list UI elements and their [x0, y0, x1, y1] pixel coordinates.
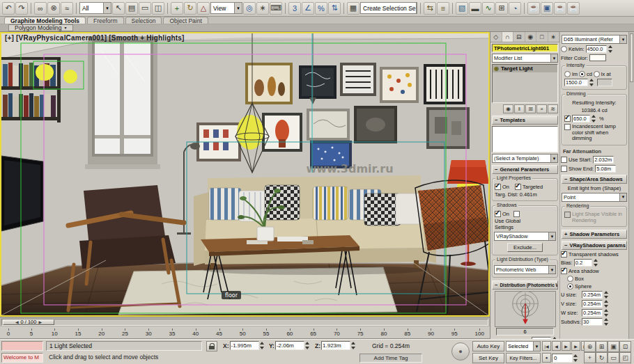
dimming-percent-spinner[interactable] — [592, 115, 598, 122]
orbit-icon[interactable]: ↻ — [596, 352, 608, 363]
exclude-button[interactable]: Exclude... — [507, 243, 543, 252]
render-iterative-icon[interactable]: ☕ — [567, 2, 580, 15]
set-key-mode-button[interactable]: ● — [451, 342, 470, 361]
light-on-checkbox[interactable] — [495, 184, 501, 190]
light-glow-shelf[interactable] — [36, 64, 54, 81]
edit-named-selection-sets-icon[interactable]: ▦ — [347, 2, 359, 15]
select-and-rotate-icon[interactable]: ↻ — [184, 2, 196, 15]
add-time-tag[interactable]: Add Time Tag — [359, 354, 422, 363]
transparent-shadows-checkbox[interactable] — [561, 251, 567, 258]
utilities-tab[interactable]: ∗ — [548, 32, 560, 42]
light-glow-shelf-2[interactable] — [63, 70, 77, 84]
time-slider-thumb[interactable]: ◀ 0 / 100 ▶ — [3, 319, 54, 325]
shadow-parameters-rollout[interactable]: + Shadow Parameters — [562, 230, 627, 239]
far-atten-show-checkbox[interactable] — [561, 166, 567, 172]
modifier-stack-item[interactable]: ◉ Target Light — [493, 65, 557, 72]
subdivs-spinner[interactable] — [604, 318, 610, 326]
zoom-all-icon[interactable]: ⊞ — [596, 341, 608, 352]
undo-icon[interactable]: ↶ — [2, 2, 15, 15]
maxscript-listener-field[interactable]: Welcome to M — [1, 353, 43, 363]
percent-snap-icon[interactable]: % — [315, 2, 327, 15]
ribbon-tab-graphite-modeling-tools[interactable]: Graphite Modeling Tools — [4, 17, 86, 24]
bias-field[interactable]: 0.2 — [574, 259, 592, 267]
ribbon-tab-selection[interactable]: Selection — [125, 17, 162, 24]
lm-radio[interactable] — [564, 71, 571, 77]
filter-color-swatch[interactable] — [589, 54, 606, 61]
configure-modifier-sets-icon[interactable]: ≋ — [548, 104, 558, 113]
key-filters-button[interactable]: Key Filters... — [506, 353, 541, 363]
set-key-button[interactable]: Set Key — [472, 353, 504, 363]
previous-frame-button[interactable]: ◀ — [552, 341, 561, 351]
kelvin-spinner[interactable] — [608, 45, 614, 53]
modifier-list-dropdown[interactable]: Modifier List ▼ — [492, 54, 558, 63]
hierarchy-tab[interactable]: ⊟ — [513, 32, 525, 42]
bind-to-space-warp-icon[interactable]: ≈ — [61, 2, 73, 15]
angle-snap-icon[interactable]: ∠ — [302, 2, 314, 15]
play-button[interactable]: ▶ — [562, 341, 571, 351]
align-icon[interactable]: ≡ — [437, 2, 449, 15]
u-size-spinner[interactable] — [604, 291, 610, 299]
ribbon-tab-freeform[interactable]: Freeform — [87, 17, 123, 24]
far-atten-start-field[interactable]: 2.032m — [593, 156, 614, 164]
create-tab[interactable]: ◇ — [490, 32, 502, 42]
far-atten-use-checkbox[interactable] — [561, 157, 567, 163]
templates-list[interactable] — [492, 126, 558, 152]
templates-rollout-header[interactable]: − Templates — [492, 116, 558, 125]
layer-manager-icon[interactable]: ▧ — [456, 2, 468, 15]
modifier-stack[interactable]: ◉ Target Light — [492, 64, 558, 103]
u-size-field[interactable]: 0.254m — [582, 291, 603, 299]
viewport-label[interactable]: [+] [VRayPhysicalCamera001] [Smooth + Hi… — [5, 34, 185, 42]
window-crossing-icon[interactable]: ◫ — [152, 2, 164, 15]
bookshelf[interactable] — [1, 57, 61, 122]
display-tab[interactable]: □ — [536, 32, 548, 42]
cd-radio[interactable] — [579, 71, 585, 77]
select-and-scale-icon[interactable]: △ — [197, 2, 210, 15]
targeted-checkbox[interactable] — [515, 184, 521, 190]
key-selection-dropdown[interactable]: Selected ▼ — [506, 341, 541, 351]
rendered-frame-window-icon[interactable]: ▣ — [541, 2, 553, 15]
chevron-down-icon[interactable]: ▼ — [548, 232, 555, 240]
show-end-result-icon[interactable]: ‖ — [514, 104, 525, 113]
command-panel-scrollbar[interactable] — [628, 32, 634, 339]
chevron-down-icon[interactable]: ▼ — [548, 266, 555, 274]
box-radio[interactable] — [567, 276, 573, 282]
select-by-name-icon[interactable]: ▤ — [125, 2, 138, 15]
emit-shape-dropdown[interactable]: Point ▼ — [562, 193, 627, 202]
intensity-spinner[interactable] — [589, 79, 596, 86]
window[interactable] — [85, 36, 160, 169]
chevron-down-icon[interactable]: ▼ — [619, 193, 626, 201]
z-coordinate-field[interactable]: 1.923m — [321, 341, 350, 350]
intensity-field[interactable]: 1500.0 — [564, 79, 588, 86]
x-coordinate-spinner[interactable] — [260, 342, 266, 349]
viewport-scene[interactable]: www.3dmir.ru floor — [1, 33, 488, 315]
subdivs-field[interactable]: 30 — [582, 318, 603, 326]
use-global-settings-checkbox[interactable] — [513, 211, 520, 217]
snaps-toggle-icon[interactable]: 3 — [288, 2, 301, 15]
trackbar-ruler[interactable]: 0510152025303540455055606570758085909510… — [0, 326, 490, 339]
shadows-on-checkbox[interactable] — [495, 211, 501, 217]
auto-key-button[interactable]: Auto Key — [472, 341, 504, 351]
motion-tab[interactable]: ◉ — [525, 32, 537, 42]
polygon-modeling-tab[interactable]: Polygon Modeling ▾ — [8, 24, 73, 31]
kelvin-field[interactable]: 4500.0 — [586, 45, 607, 53]
redo-icon[interactable]: ↷ — [15, 2, 28, 15]
spinner-snap-icon[interactable]: ⇅ — [328, 2, 341, 15]
v-size-field[interactable]: 0.254m — [582, 300, 603, 308]
chevron-down-icon[interactable]: ▼ — [550, 155, 557, 162]
make-unique-icon[interactable]: ⊞ — [525, 104, 536, 113]
area-shadow-checkbox[interactable] — [561, 268, 567, 274]
modify-tab[interactable]: ∩ — [502, 32, 514, 42]
vray-shadows-rollout[interactable]: − VRayShadows params — [562, 241, 627, 250]
macro-recorder-field[interactable] — [1, 341, 43, 351]
render-production-icon[interactable]: ☕ — [554, 2, 566, 15]
tv[interactable] — [1, 156, 43, 231]
chevron-down-icon[interactable]: ▼ — [550, 54, 557, 62]
general-parameters-rollout[interactable]: − General Parameters — [492, 165, 558, 174]
select-and-move-icon[interactable]: + — [171, 2, 183, 15]
chevron-down-icon[interactable]: ▼ — [533, 342, 540, 351]
selection-filter-dropdown[interactable]: All▾ — [79, 2, 111, 14]
unlink-selection-icon[interactable]: ⊗ — [47, 2, 60, 15]
pan-icon[interactable]: + — [584, 352, 596, 363]
incandescent-checkbox[interactable] — [564, 124, 571, 130]
named-selection-set-combo[interactable]: Create Selection Se▾ — [360, 2, 417, 14]
